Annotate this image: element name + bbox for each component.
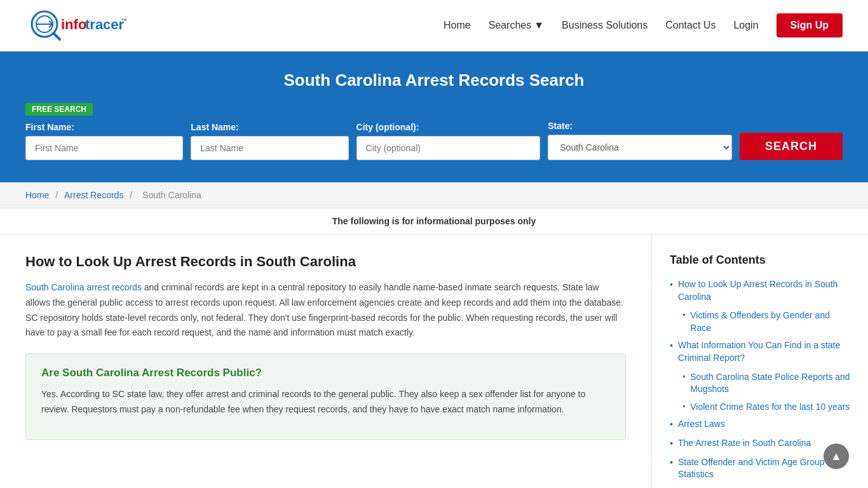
- highlight-paragraph: Yes. According to SC state law, they off…: [41, 387, 610, 417]
- search-button[interactable]: SEARCH: [740, 133, 843, 160]
- header: info tracer ™ Home Searches ▼ Business S…: [0, 0, 868, 51]
- breadcrumb-separator-1: /: [55, 190, 60, 200]
- hero-title: South Carolina Arrest Records Search: [25, 71, 843, 90]
- toc-sub-link-2-1[interactable]: South Carolina State Police Reports and …: [690, 371, 850, 396]
- logo-area: info tracer ™: [25, 6, 127, 44]
- toc-sub-item-2-1: South Carolina State Police Reports and …: [682, 371, 850, 396]
- breadcrumb-arrest-records[interactable]: Arrest Records: [64, 190, 123, 200]
- svg-text:tracer: tracer: [85, 17, 125, 32]
- info-banner: The following is for informational purpo…: [0, 208, 868, 234]
- nav-contact-us[interactable]: Contact Us: [665, 20, 715, 31]
- city-group: City (optional):: [356, 122, 541, 160]
- first-name-label: First Name:: [25, 122, 183, 132]
- scroll-up-button[interactable]: ▲: [824, 444, 849, 469]
- toc-item-5: State Offender and Victim Age Group Stat…: [670, 456, 850, 481]
- svg-line-2: [53, 33, 60, 39]
- nav-searches-label: Searches: [489, 20, 532, 31]
- sc-arrest-records-link[interactable]: South Carolina arrest records: [25, 282, 142, 292]
- svg-text:™: ™: [121, 17, 127, 24]
- toc-sub-1: Victims & Offenders by Gender and Race: [670, 309, 850, 334]
- highlight-heading: Are South Carolina Arrest Records Public…: [41, 367, 610, 379]
- toc-sub-item-1-1: Victims & Offenders by Gender and Race: [682, 309, 850, 334]
- main-nav: Home Searches ▼ Business Solutions Conta…: [444, 13, 843, 37]
- city-input[interactable]: [356, 136, 541, 160]
- breadcrumb: Home / Arrest Records / South Carolina: [0, 182, 868, 208]
- toc-sub-link-1-1[interactable]: Victims & Offenders by Gender and Race: [690, 309, 850, 334]
- breadcrumb-state: South Carolina: [142, 190, 201, 200]
- first-name-input[interactable]: [25, 136, 183, 160]
- state-group: State: South Carolina: [548, 121, 732, 160]
- breadcrumb-home[interactable]: Home: [25, 190, 49, 200]
- svg-text:info: info: [61, 17, 86, 32]
- toc-item-1: How to Look Up Arrest Records in South C…: [670, 278, 850, 303]
- toc-item-3: Arrest Laws: [670, 418, 850, 431]
- article-heading: How to Look Up Arrest Records in South C…: [25, 254, 626, 270]
- nav-login[interactable]: Login: [733, 20, 758, 31]
- toc-sub-link-2-2[interactable]: Violent Crime Rates for the last 10 year…: [690, 401, 850, 414]
- toc-title: Table of Contents: [670, 254, 850, 267]
- free-search-badge: FREE SEARCH: [25, 103, 93, 116]
- breadcrumb-separator-2: /: [130, 190, 135, 200]
- state-select[interactable]: South Carolina: [548, 135, 732, 160]
- city-label: City (optional):: [356, 122, 541, 132]
- logo-svg: info tracer ™: [25, 6, 127, 44]
- article-paragraph1: South Carolina arrest records and crimin…: [25, 280, 626, 341]
- main-content: How to Look Up Arrest Records in South C…: [0, 234, 868, 488]
- hero-section: South Carolina Arrest Records Search FRE…: [0, 51, 868, 182]
- nav-searches[interactable]: Searches ▼: [489, 20, 544, 31]
- nav-business-solutions[interactable]: Business Solutions: [562, 20, 648, 31]
- toc-link-1[interactable]: How to Look Up Arrest Records in South C…: [678, 278, 850, 303]
- highlight-box: Are South Carolina Arrest Records Public…: [25, 353, 626, 440]
- signup-button[interactable]: Sign Up: [776, 13, 843, 37]
- toc-link-4[interactable]: The Arrest Rate in South Carolina: [678, 437, 811, 450]
- info-banner-text: The following is for informational purpo…: [332, 216, 536, 226]
- last-name-label: Last Name:: [191, 122, 348, 132]
- article: How to Look Up Arrest Records in South C…: [0, 234, 652, 488]
- search-form: First Name: Last Name: City (optional): …: [25, 121, 843, 160]
- state-label: State:: [548, 121, 732, 131]
- first-name-group: First Name:: [25, 122, 183, 160]
- searches-chevron-down-icon: ▼: [534, 20, 544, 31]
- toc-sub-item-2-2: Violent Crime Rates for the last 10 year…: [682, 401, 850, 414]
- toc-sub-2: South Carolina State Police Reports and …: [670, 371, 850, 414]
- last-name-input[interactable]: [191, 136, 348, 160]
- toc-item-4: The Arrest Rate in South Carolina: [670, 437, 850, 450]
- last-name-group: Last Name:: [191, 122, 348, 160]
- toc-item-2: What Information You Can Find in a state…: [670, 339, 850, 364]
- nav-home[interactable]: Home: [444, 20, 471, 31]
- toc-link-2[interactable]: What Information You Can Find in a state…: [678, 339, 850, 364]
- toc-link-3[interactable]: Arrest Laws: [678, 418, 725, 431]
